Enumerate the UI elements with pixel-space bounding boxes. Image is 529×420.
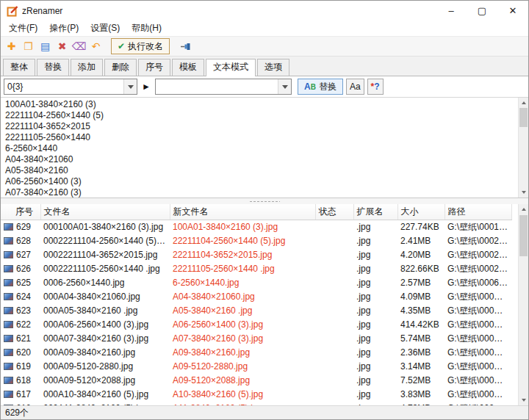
cell-size: 227.74KB <box>397 220 445 234</box>
wildcard-button[interactable]: *? <box>367 79 384 95</box>
cell-status <box>315 374 353 388</box>
tab-整体[interactable]: 整体 <box>3 59 35 76</box>
cell-status <box>315 290 353 304</box>
cell-index: 616 <box>1 402 40 406</box>
pin-toggle[interactable] <box>180 41 191 52</box>
table-row[interactable]: 616000A11-3840×2160 (5).jpgA11-3840×2160… <box>1 402 511 406</box>
cell-path: G:\壁纸\000A0... <box>445 304 511 318</box>
close-button[interactable]: ✕ <box>497 1 528 21</box>
remove-item-icon[interactable]: ⌫ <box>71 39 87 54</box>
image-file-icon <box>4 405 13 406</box>
find-pattern-combobox[interactable]: 0{3} <box>4 79 137 95</box>
replace-button[interactable]: AB 替换 <box>298 79 343 95</box>
column-header[interactable]: 大小 <box>397 204 445 220</box>
cell-extension: .jpg <box>353 374 397 388</box>
scroll-up-icon[interactable] <box>519 204 528 214</box>
maximize-button[interactable]: ▢ <box>467 1 497 21</box>
cell-size: 3.83MB <box>397 388 445 402</box>
table-row[interactable]: 624000A04-3840×21060.jpgA04-3840×21060.j… <box>1 290 511 304</box>
table-row[interactable]: 617000A10-3840×2160 (5).jpgA10-3840×2160… <box>1 388 511 402</box>
menu-item[interactable]: 操作(P) <box>43 21 84 36</box>
tab-添加[interactable]: 添加 <box>71 59 103 76</box>
column-header[interactable]: 路径 <box>445 204 511 220</box>
cell-index: 619 <box>1 360 40 374</box>
replace-button-label: 替换 <box>319 81 337 93</box>
cell-new-filename: 22211105-2560×1440 .jpg <box>170 262 315 276</box>
tab-删除[interactable]: 删除 <box>104 59 137 76</box>
scroll-down-icon[interactable] <box>519 188 528 198</box>
file-table: 序号文件名新文件名状态扩展名大小路径 629000100A01-3840×216… <box>1 204 512 405</box>
preview-scrollbar[interactable] <box>518 98 528 198</box>
column-header[interactable]: 文件名 <box>40 204 170 220</box>
preview-pane[interactable]: 100A01-3840×2160 (3)22211104-2560×1440 (… <box>1 97 528 198</box>
replace-with-dropdown[interactable] <box>278 79 291 94</box>
image-file-icon <box>4 279 13 286</box>
cell-path: G:\壁纸\0006-... <box>445 276 511 290</box>
tab-序号[interactable]: 序号 <box>138 59 170 76</box>
table-row[interactable]: 629000100A01-3840×2160 (3).jpg100A01-384… <box>1 220 511 234</box>
table-scrollbar[interactable] <box>518 204 528 405</box>
match-case-button[interactable]: Aa <box>346 79 364 95</box>
table-row[interactable]: 618000A09-5120×2088.jpgA09-5120×2088.jpg… <box>1 374 511 388</box>
execute-check-icon: ✔ <box>118 41 125 51</box>
splitter-dots-icon <box>249 200 280 203</box>
window-controls: – ▢ ✕ <box>436 1 528 21</box>
column-header[interactable]: 状态 <box>315 204 353 220</box>
execute-rename-button[interactable]: ✔ 执行改名 <box>111 38 170 54</box>
menu-item[interactable]: 帮助(H) <box>126 21 168 36</box>
add-files-icon[interactable]: ✚ <box>4 39 19 54</box>
replace-ab-icon: AB <box>304 82 316 92</box>
cell-new-filename: A09-5120-2880.jpg <box>170 360 315 374</box>
tab-模板[interactable]: 模板 <box>172 59 204 76</box>
table-row[interactable]: 623000A05-3840×2160 .jpgA05-3840×2160 .j… <box>1 304 511 318</box>
cell-path: G:\壁纸\000A0... <box>445 374 511 388</box>
scroll-down-icon[interactable] <box>519 396 528 405</box>
cell-extension: .jpg <box>353 360 397 374</box>
cell-new-filename: 100A01-3840×2160 (3).jpg <box>170 220 315 234</box>
table-row[interactable]: 620000A09-3840×2160.jpgA09-3840×2160.jpg… <box>1 346 511 360</box>
file-count: 629个 <box>5 407 29 419</box>
tab-替换[interactable]: 替换 <box>37 59 69 76</box>
cell-filename: 000A10-3840×2160 (5).jpg <box>40 388 170 402</box>
cell-status <box>315 332 353 346</box>
table-row[interactable]: 62700022211104-3652×2015.jpg22211104-365… <box>1 248 511 262</box>
add-folder-icon[interactable]: ❐ <box>21 39 36 54</box>
table-row[interactable]: 621000A07-3840×2160 (3).jpgA07-3840×2160… <box>1 332 511 346</box>
cell-filename: 000A06-2560×1400 (3).jpg <box>40 318 170 332</box>
table-row[interactable]: 62800022211104-2560×1440 (5).jpg22211104… <box>1 234 511 248</box>
cell-new-filename: A06-2560×1400 (3).jpg <box>170 318 315 332</box>
scroll-up-icon[interactable] <box>519 98 528 107</box>
replace-with-combobox[interactable] <box>155 79 292 95</box>
undo-icon[interactable]: ↶ <box>88 39 104 54</box>
table-scroll-thumb[interactable] <box>519 215 528 256</box>
column-header[interactable]: 新文件名 <box>170 204 315 220</box>
image-file-icon <box>4 237 13 245</box>
preview-scroll-thumb[interactable] <box>519 108 528 127</box>
cell-new-filename: A11-3840×2160 (5).jpg <box>170 402 315 406</box>
table-row[interactable]: 62600022211105-2560×1440 .jpg22211105-25… <box>1 262 511 276</box>
clear-list-icon[interactable]: ✖ <box>54 39 70 54</box>
cell-path: G:\壁纸\000A0... <box>445 290 511 304</box>
file-list-icon[interactable]: ▤ <box>37 39 53 54</box>
find-pattern-value: 0{3} <box>4 79 123 94</box>
cell-extension: .jpg <box>353 262 397 276</box>
cell-new-filename: A07-3840×2160 (3).jpg <box>170 332 315 346</box>
column-header[interactable]: 扩展名 <box>353 204 397 220</box>
tab-文本模式[interactable]: 文本模式 <box>206 59 256 76</box>
cell-extension: .jpg <box>353 318 397 332</box>
cell-filename: 0006-2560×1440.jpg <box>40 276 170 290</box>
column-header[interactable]: 序号 <box>1 204 40 220</box>
cell-index: 629 <box>1 220 40 234</box>
table-row[interactable]: 622000A06-2560×1400 (3).jpgA06-2560×1400… <box>1 318 511 332</box>
table-row[interactable]: 6250006-2560×1440.jpg6-2560×1440.jpg.jpg… <box>1 276 511 290</box>
cell-path: G:\壁纸\000A0... <box>445 360 511 374</box>
find-pattern-dropdown[interactable] <box>123 79 137 94</box>
tab-选项[interactable]: 选项 <box>257 59 289 76</box>
cell-size: 2.36MB <box>397 346 445 360</box>
menu-item[interactable]: 设置(S) <box>84 21 126 36</box>
splitter-handle[interactable] <box>1 198 528 204</box>
preview-list: 100A01-3840×2160 (3)22211104-2560×1440 (… <box>1 98 528 198</box>
minimize-button[interactable]: – <box>436 1 467 21</box>
table-row[interactable]: 619000A09-5120-2880.jpgA09-5120-2880.jpg… <box>1 360 511 374</box>
menu-item[interactable]: 文件(F) <box>3 21 43 36</box>
